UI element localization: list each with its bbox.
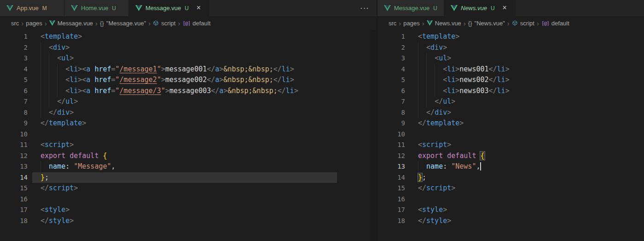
line-number[interactable]: 13 bbox=[377, 161, 405, 172]
code-line[interactable]: 8 </div> bbox=[0, 107, 337, 118]
code-line[interactable]: 7 </ul> bbox=[0, 96, 337, 107]
code-line[interactable]: 5 <li><a href="/message2">message002</a>… bbox=[0, 75, 337, 86]
tab-app-vue[interactable]: App.vueM bbox=[0, 0, 64, 16]
code-line[interactable]: 12export default { bbox=[0, 151, 337, 162]
indent-guide bbox=[41, 107, 41, 118]
breadcrumb-item-news-vue[interactable]: News.vue bbox=[427, 20, 461, 27]
tab-message-vue[interactable]: Message.vueU× bbox=[129, 0, 209, 16]
code-line[interactable]: 10 bbox=[377, 129, 644, 140]
code-editor-right[interactable]: 1<template>2 <div>3 <ul>4 <li>news001</l… bbox=[377, 30, 644, 241]
code-line[interactable]: 6 <li><a href="/message/3">message003</a… bbox=[0, 86, 337, 97]
code-line[interactable]: 14}; bbox=[0, 172, 337, 183]
line-number[interactable]: 2 bbox=[0, 42, 28, 53]
code-line[interactable]: 1<template> bbox=[0, 31, 337, 42]
line-number[interactable]: 3 bbox=[377, 53, 405, 64]
line-number[interactable]: 16 bbox=[377, 194, 405, 205]
line-number[interactable]: 7 bbox=[377, 96, 405, 107]
breadcrumb-item-pages[interactable]: pages bbox=[403, 20, 419, 27]
code-line[interactable]: 9</template> bbox=[0, 118, 337, 129]
line-number[interactable]: 14 bbox=[377, 172, 405, 183]
code-line[interactable]: 10 bbox=[0, 129, 337, 140]
close-tab-icon[interactable]: × bbox=[195, 4, 203, 12]
line-number[interactable]: 4 bbox=[0, 64, 28, 75]
line-number[interactable]: 2 bbox=[377, 42, 405, 53]
line-number[interactable]: 8 bbox=[0, 107, 28, 118]
code-line[interactable]: 17<style> bbox=[0, 205, 337, 216]
line-number[interactable]: 9 bbox=[377, 118, 405, 129]
breadcrumb-item--news-vue-[interactable]: {}"News.vue" bbox=[468, 20, 505, 27]
breadcrumb-item-message-vue[interactable]: Message.vue bbox=[49, 20, 93, 27]
code-token: > bbox=[65, 206, 70, 214]
breadcrumb-item-default[interactable]: [@]default bbox=[182, 20, 210, 27]
breadcrumb-item--message-vue-[interactable]: {}"Message.vue" bbox=[100, 20, 146, 27]
code-line[interactable]: 17<style> bbox=[377, 205, 644, 216]
tab-news-vue[interactable]: News.vueU× bbox=[444, 0, 516, 16]
code-line[interactable]: 1<template> bbox=[377, 31, 644, 42]
line-number[interactable]: 17 bbox=[0, 205, 28, 216]
code-line[interactable]: 11<script> bbox=[0, 140, 337, 151]
line-number[interactable]: 18 bbox=[0, 216, 28, 227]
code-line[interactable]: 13 name: "Message", bbox=[0, 161, 337, 172]
line-number[interactable]: 14 bbox=[0, 172, 28, 183]
line-number[interactable]: 15 bbox=[377, 183, 405, 194]
line-number[interactable]: 10 bbox=[377, 129, 405, 140]
code-token: > bbox=[74, 97, 78, 106]
line-number[interactable]: 18 bbox=[377, 216, 405, 227]
line-number[interactable]: 12 bbox=[0, 151, 28, 162]
code-line[interactable]: 16 bbox=[377, 194, 644, 205]
line-number[interactable]: 15 bbox=[0, 183, 28, 194]
breadcrumb-item-script[interactable]: script bbox=[512, 20, 534, 27]
code-line-content bbox=[32, 129, 337, 140]
line-number[interactable]: 5 bbox=[0, 75, 28, 86]
line-number[interactable]: 3 bbox=[0, 53, 28, 64]
breadcrumb-item-pages[interactable]: pages bbox=[26, 20, 42, 27]
code-line[interactable]: 15</script> bbox=[377, 183, 644, 194]
breadcrumb-item-src[interactable]: src bbox=[389, 20, 396, 27]
line-number[interactable]: 12 bbox=[377, 151, 405, 162]
code-line[interactable]: 2 <div> bbox=[0, 42, 337, 53]
breadcrumb-item-script[interactable]: script bbox=[153, 20, 175, 27]
code-line[interactable]: 12export default { bbox=[377, 151, 644, 162]
line-number[interactable]: 1 bbox=[0, 31, 28, 42]
line-number[interactable]: 13 bbox=[0, 161, 28, 172]
code-line[interactable]: 3 <ul> bbox=[0, 53, 337, 64]
line-number[interactable]: 4 bbox=[377, 64, 405, 75]
code-line[interactable]: 18</style> bbox=[0, 216, 337, 227]
line-number[interactable]: 10 bbox=[0, 129, 28, 140]
line-number[interactable]: 1 bbox=[377, 31, 405, 42]
editor-group-right: Message.vueUNews.vueU× src›pages›News.vu… bbox=[377, 0, 644, 241]
line-number[interactable]: 6 bbox=[0, 86, 28, 97]
code-line[interactable]: 8 </div> bbox=[377, 107, 644, 118]
line-number[interactable]: 11 bbox=[377, 140, 405, 151]
code-line[interactable]: 9</template> bbox=[377, 118, 644, 129]
code-editor-left[interactable]: 1<template>2 <div>3 <ul>4 <li><a href="/… bbox=[0, 30, 377, 241]
close-tab-icon[interactable]: × bbox=[501, 4, 509, 12]
code-line[interactable]: 18</style> bbox=[377, 216, 644, 227]
line-number[interactable]: 5 bbox=[377, 75, 405, 86]
line-number[interactable]: 16 bbox=[0, 194, 28, 205]
code-line[interactable]: 16 bbox=[0, 194, 337, 205]
tab-message-vue[interactable]: Message.vueU bbox=[377, 0, 444, 16]
code-line[interactable]: 3 <ul> bbox=[377, 53, 644, 64]
code-line[interactable]: 11<script> bbox=[377, 140, 644, 151]
code-line[interactable]: 4 <li>news001</li> bbox=[377, 64, 644, 75]
code-line[interactable]: 13 name: "News", bbox=[377, 161, 644, 172]
code-line[interactable]: 6 <li>news003</li> bbox=[377, 86, 644, 97]
line-number[interactable]: 8 bbox=[377, 107, 405, 118]
more-actions-button[interactable]: ··· bbox=[360, 0, 369, 16]
line-number[interactable]: 6 bbox=[377, 86, 405, 97]
code-line[interactable]: 4 <li><a href="/message1">message001</a>… bbox=[0, 64, 337, 75]
code-line[interactable]: 15</script> bbox=[0, 183, 337, 194]
line-number[interactable]: 7 bbox=[0, 96, 28, 107]
code-line[interactable]: 7 </ul> bbox=[377, 96, 644, 107]
breadcrumb-item-default[interactable]: [@]default bbox=[541, 20, 569, 27]
line-number[interactable]: 17 bbox=[377, 205, 405, 216]
tab-home-vue[interactable]: Home.vueU bbox=[64, 0, 129, 16]
code-line[interactable]: 2 <div> bbox=[377, 42, 644, 53]
line-number[interactable]: 9 bbox=[0, 118, 28, 129]
minimap[interactable] bbox=[337, 32, 370, 47]
line-number[interactable]: 11 bbox=[0, 140, 28, 151]
code-line[interactable]: 14}; bbox=[377, 172, 644, 183]
code-line[interactable]: 5 <li>news002</li> bbox=[377, 75, 644, 86]
breadcrumb-item-src[interactable]: src bbox=[11, 20, 19, 27]
